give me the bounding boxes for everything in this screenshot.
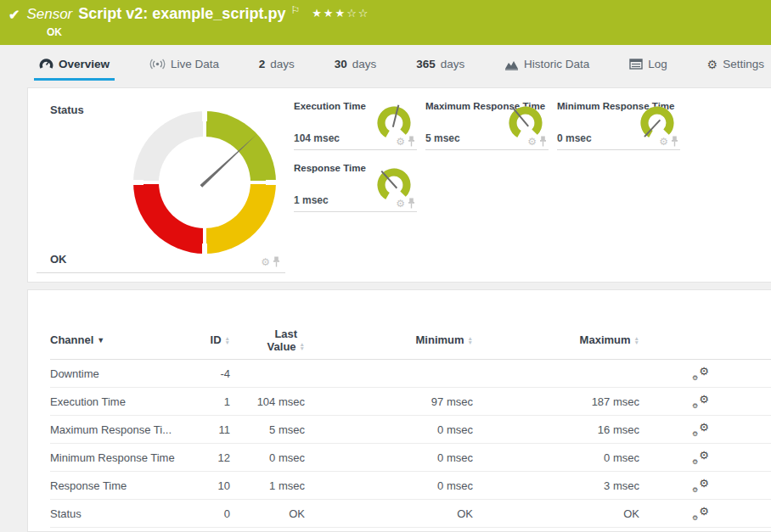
channel-settings-icon[interactable]: ⚙⚙ xyxy=(692,367,709,381)
tab-live-data[interactable]: Live Data xyxy=(144,48,224,81)
channel-name: Downtime xyxy=(50,367,203,380)
column-header-id[interactable]: ID ▲▼ xyxy=(203,333,230,346)
stars-empty: ☆☆ xyxy=(346,7,369,20)
channel-settings-icon[interactable]: ⚙⚙ xyxy=(692,423,709,437)
gear-icon: ⚙ xyxy=(692,402,698,410)
channel-id: 11 xyxy=(203,423,230,436)
channel-name: Minimum Response Time xyxy=(50,451,203,464)
channel-settings-icon[interactable]: ⚙⚙ xyxy=(692,451,709,465)
table-row-response-time[interactable]: Response Time 10 1 msec 0 msec 3 msec ⚙⚙ xyxy=(50,472,771,500)
gauge-value: 0 msec xyxy=(557,132,592,144)
gauge-gear-icon[interactable]: ⚙ xyxy=(261,257,270,267)
minimum-response-time-gauge-cell: Minimum Response Time 0 msec ⚙ xyxy=(557,98,680,150)
minimum-value: 0 msec xyxy=(305,479,473,492)
gear-icon: ⚙ xyxy=(692,374,698,382)
gear-icon: ⚙ xyxy=(699,477,709,490)
pin-icon[interactable] xyxy=(539,136,547,147)
tab-settings[interactable]: ⚙ Settings xyxy=(702,48,769,81)
header-label: Minimum xyxy=(416,333,464,346)
table-row-minimum-response-time[interactable]: Minimum Response Time 12 0 msec 0 msec 0… xyxy=(50,444,771,472)
tab-number: 30 xyxy=(335,58,347,70)
last-value: 5 msec xyxy=(230,423,305,436)
tab-2-days[interactable]: 2 days xyxy=(254,48,300,81)
gauge-value: 1 msec xyxy=(294,194,329,206)
gear-icon: ⚙ xyxy=(692,458,698,466)
channel-name: Execution Time xyxy=(50,395,203,408)
tab-label: Overview xyxy=(59,58,110,70)
tab-label: days xyxy=(441,58,465,70)
channel-name: Maximum Response Ti... xyxy=(50,423,203,436)
gear-icon: ⚙ xyxy=(699,365,709,378)
table-row-maximum-response-time[interactable]: Maximum Response Ti... 11 5 msec 0 msec … xyxy=(50,416,771,444)
historic-data-icon xyxy=(504,59,519,70)
pin-icon[interactable] xyxy=(671,136,678,147)
tab-label: days xyxy=(270,58,295,70)
channel-name: Status xyxy=(50,507,203,520)
status-donut-gauge xyxy=(133,111,276,254)
gear-icon: ⚙ xyxy=(692,486,698,494)
sort-icon: ▲▼ xyxy=(634,336,639,344)
tab-number: 2 xyxy=(259,58,266,70)
channel-id: -4 xyxy=(203,367,230,380)
tab-historic-data[interactable]: Historic Data xyxy=(499,48,594,81)
maximum-value: 16 msec xyxy=(473,423,639,436)
gauge-gear-icon[interactable]: ⚙ xyxy=(396,137,405,147)
gauge-title: Execution Time xyxy=(294,101,366,111)
log-icon xyxy=(629,59,643,70)
minimum-value: OK xyxy=(305,507,473,520)
tab-30-days[interactable]: 30 days xyxy=(329,48,382,81)
tab-log[interactable]: Log xyxy=(624,48,673,81)
table-row-execution-time[interactable]: Execution Time 1 104 msec 97 msec 187 ms… xyxy=(50,388,771,416)
sensor-header: ✔ Sensor Script v2: example_script.py ⚐ … xyxy=(0,0,771,45)
gear-icon: ⚙ xyxy=(699,505,709,518)
tab-365-days[interactable]: 365 days xyxy=(411,48,470,81)
sensor-status-text: OK xyxy=(47,26,763,38)
gauge-gear-icon[interactable]: ⚙ xyxy=(527,137,537,147)
column-header-minimum[interactable]: Minimum ▲▼ xyxy=(305,333,473,346)
column-header-last-value[interactable]: Last Value ▲▼ xyxy=(267,328,305,353)
last-value: 0 msec xyxy=(230,451,305,464)
channel-settings-icon[interactable]: ⚙⚙ xyxy=(692,395,709,409)
pin-icon[interactable] xyxy=(408,136,415,147)
channel-table: Channel ▼ ID ▲▼ Last Value ▲▼ Minimum ▲▼… xyxy=(28,321,771,528)
flag-icon[interactable]: ⚐ xyxy=(290,4,300,16)
minimum-value: 97 msec xyxy=(305,395,473,408)
tab-label: Log xyxy=(648,58,667,70)
table-row-downtime[interactable]: Downtime -4 ⚙⚙ xyxy=(50,360,771,388)
overview-gauges-panel: Status OK ⚙ Execution Time 104 msec ⚙ xyxy=(27,87,771,283)
header-label: Value xyxy=(267,340,296,353)
channel-table-panel: Channel ▼ ID ▲▼ Last Value ▲▼ Minimum ▲▼… xyxy=(27,289,771,532)
gauge-gear-icon[interactable]: ⚙ xyxy=(396,199,405,209)
status-cell-title: Status xyxy=(50,104,84,116)
channel-id: 0 xyxy=(203,507,230,520)
execution-time-gauge-cell: Execution Time 104 msec ⚙ xyxy=(294,98,417,150)
status-check-icon: ✔ xyxy=(8,7,20,23)
sensor-kind-label: Sensor xyxy=(26,6,72,23)
settings-gear-icon: ⚙ xyxy=(707,58,718,71)
live-data-icon xyxy=(149,59,166,70)
maximum-value: 3 msec xyxy=(473,479,639,492)
tab-label: Live Data xyxy=(171,58,219,70)
channel-id: 12 xyxy=(203,451,230,464)
gear-icon: ⚙ xyxy=(699,449,709,462)
stars-filled: ★★★ xyxy=(312,7,346,20)
tab-label: Settings xyxy=(723,58,764,70)
channel-settings-icon[interactable]: ⚙⚙ xyxy=(692,507,709,521)
last-value: 1 msec xyxy=(230,479,305,492)
tab-overview[interactable]: Overview xyxy=(34,48,115,81)
channel-id: 10 xyxy=(203,479,230,492)
maximum-value: 0 msec xyxy=(473,451,639,464)
pin-icon[interactable] xyxy=(408,198,415,209)
channel-settings-icon[interactable]: ⚙⚙ xyxy=(692,479,709,493)
tab-bar: Overview Live Data 2 days 30 days 365 da… xyxy=(34,45,769,83)
gauge-gear-icon[interactable]: ⚙ xyxy=(659,137,668,147)
table-row-status[interactable]: Status 0 OK OK OK ⚙⚙ xyxy=(50,500,771,528)
tab-label: Historic Data xyxy=(524,58,589,70)
column-header-channel[interactable]: Channel ▼ xyxy=(50,333,203,346)
priority-stars[interactable]: ★★★☆☆ xyxy=(312,7,369,20)
column-header-maximum[interactable]: Maximum ▲▼ xyxy=(473,333,639,346)
sensor-title: Script v2: example_script.py xyxy=(78,5,285,23)
pin-icon[interactable] xyxy=(273,256,280,267)
channel-table-header: Channel ▼ ID ▲▼ Last Value ▲▼ Minimum ▲▼… xyxy=(50,321,771,360)
sort-icon: ▲▼ xyxy=(225,336,230,344)
